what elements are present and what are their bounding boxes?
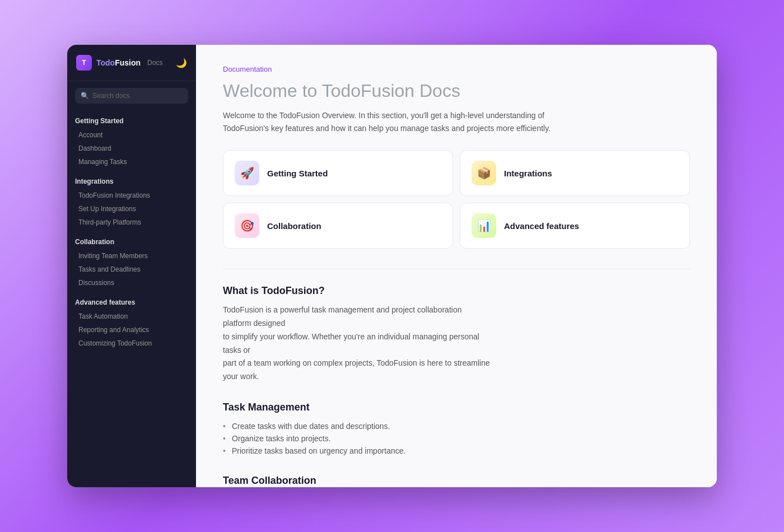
nav-section-title: Collabration <box>75 238 188 246</box>
doc-card-advanced-features[interactable]: 📊 Advanced features <box>460 203 690 249</box>
sidebar-nav-item[interactable]: Set Up Integrations <box>75 202 188 216</box>
task-management-section: Task Management Create tasks with due da… <box>223 402 690 457</box>
card-title-collaboration: Collaboration <box>267 221 321 231</box>
nav-section: Getting StartedAccountDashboardManaging … <box>67 110 196 171</box>
card-icon-integrations: 📦 <box>472 161 496 185</box>
card-title-integrations: Integrations <box>504 169 552 178</box>
what-is-section: What is TodoFusion? TodoFusion is a powe… <box>223 285 690 384</box>
team-collab-title: Team Collaboration <box>223 475 690 487</box>
list-item: Prioritize tasks based on urgency and im… <box>223 445 690 457</box>
sidebar: T TodoFusion Docs 🌙 🔍 Getting StartedAcc… <box>67 45 196 487</box>
sidebar-nav-item[interactable]: Managing Tasks <box>75 155 188 169</box>
doc-card-integrations[interactable]: 📦 Integrations <box>460 150 690 196</box>
main-content: Documentation Welcome to TodoFusion Docs… <box>196 45 717 487</box>
nav-section-title: Integrations <box>75 178 188 185</box>
card-icon-advanced-features: 📊 <box>472 213 496 238</box>
sidebar-nav-item[interactable]: Dashboard <box>75 142 188 155</box>
sidebar-nav-item[interactable]: Task Automation <box>75 310 188 323</box>
sidebar-nav-item[interactable]: Third-party Platforms <box>75 216 188 229</box>
list-item: Create tasks with due dates and descript… <box>223 420 690 432</box>
doc-card-getting-started[interactable]: 🚀 Getting Started <box>223 150 453 196</box>
what-is-title: What is TodoFusion? <box>223 285 690 297</box>
logo-icon: T <box>76 55 92 71</box>
nav-section-title: Advanced features <box>75 298 188 306</box>
search-box[interactable]: 🔍 <box>75 88 188 104</box>
search-input[interactable] <box>92 92 183 100</box>
sidebar-nav-item[interactable]: Tasks and Deadlines <box>75 263 188 276</box>
sidebar-nav-item[interactable]: Reporting and Analytics <box>75 323 188 337</box>
logo-text: TodoFusion <box>96 58 141 67</box>
breadcrumb: Documentation <box>223 65 690 73</box>
sidebar-header: T TodoFusion Docs 🌙 <box>67 45 196 81</box>
theme-toggle-button[interactable]: 🌙 <box>176 58 187 68</box>
nav-sections: Getting StartedAccountDashboardManaging … <box>67 110 196 352</box>
sidebar-nav-item[interactable]: Account <box>75 128 188 142</box>
doc-card-collaboration[interactable]: 🎯 Collaboration <box>223 203 453 249</box>
card-icon-collaboration: 🎯 <box>235 213 259 238</box>
sidebar-nav-item[interactable]: Customizing TodoFusion <box>75 337 188 350</box>
card-title-getting-started: Getting Started <box>267 169 328 178</box>
task-management-list: Create tasks with due dates and descript… <box>223 420 690 457</box>
search-icon: 🔍 <box>81 92 89 100</box>
nav-section-title: Getting Started <box>75 117 188 125</box>
sidebar-nav-item[interactable]: TodoFusion Integrations <box>75 189 188 202</box>
sidebar-nav-item[interactable]: Discussions <box>75 276 188 290</box>
what-is-text: TodoFusion is a powerful task management… <box>223 304 492 384</box>
sidebar-nav-item[interactable]: Inviting Team Members <box>75 249 188 263</box>
card-title-advanced-features: Advanced features <box>504 221 579 231</box>
docs-badge: Docs <box>147 59 162 67</box>
list-item: Organize tasks into projects. <box>223 432 690 445</box>
card-icon-getting-started: 🚀 <box>235 161 259 185</box>
app-container: T TodoFusion Docs 🌙 🔍 Getting StartedAcc… <box>67 45 717 487</box>
task-management-title: Task Management <box>223 402 690 413</box>
nav-section: Advanced featuresTask AutomationReportin… <box>67 292 196 352</box>
intro-text: Welcome to the TodoFusion Overview. In t… <box>223 109 581 134</box>
nav-section: CollabrationInviting Team MembersTasks a… <box>67 231 196 292</box>
divider <box>223 269 690 269</box>
page-title: Welcome to TodoFusion Docs <box>223 80 690 101</box>
team-collab-section: Team Collaboration Invite team members t… <box>223 475 690 487</box>
nav-section: IntegrationsTodoFusion IntegrationsSet U… <box>67 171 196 231</box>
cards-grid: 🚀 Getting Started 📦 Integrations 🎯 Colla… <box>223 150 690 249</box>
